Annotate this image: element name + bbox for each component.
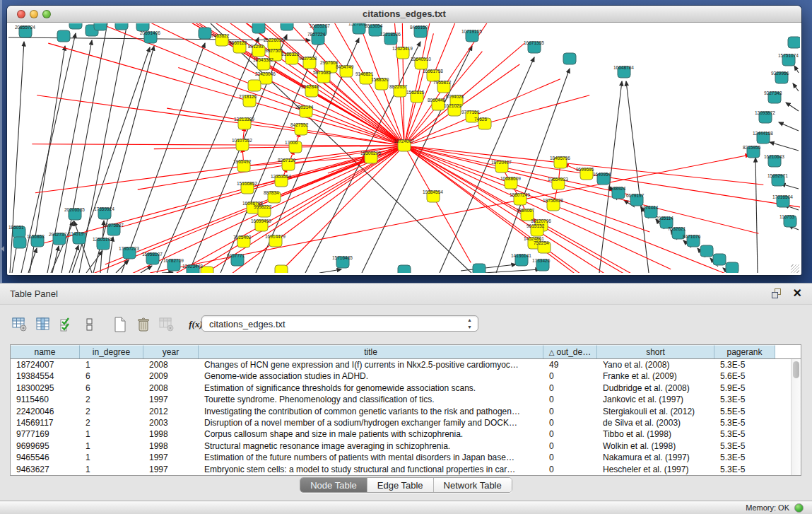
graph-node-label: 22420046 — [255, 71, 276, 76]
table-cell: 5.3E-5 — [714, 452, 775, 463]
table-cell: 2 — [80, 394, 143, 405]
table-selector-dropdown[interactable]: citations_edges.txt ▲▼ — [201, 315, 478, 332]
graph-node[interactable] — [199, 28, 211, 39]
graph-node-label: 887834 — [264, 190, 279, 195]
graph-node[interactable] — [473, 264, 486, 273]
table-vertical-scrollbar[interactable] — [791, 359, 801, 475]
show-columns-button[interactable] — [33, 315, 53, 334]
memory-status-icon — [794, 503, 804, 513]
table-cell: Yano et al. (2008) — [597, 359, 714, 370]
splitter-collapse-arrow[interactable] — [1, 246, 4, 252]
graph-node-label: 12505195 — [93, 237, 113, 242]
column-header-out-degree[interactable]: △out_de… — [543, 345, 597, 358]
graph-node[interactable] — [563, 53, 576, 64]
select-columns-button[interactable] — [57, 315, 76, 334]
red-edge — [457, 43, 524, 101]
graph-node-label: 12923448 — [182, 264, 203, 269]
graph-node-label: 12353554 — [271, 174, 291, 179]
new-column-icon — [113, 317, 127, 332]
table-row[interactable]: 1456911722003Disruption of a novel membe… — [11, 417, 791, 428]
tab-network-table[interactable]: Network Table — [434, 478, 512, 492]
table-cell: 22420046 — [11, 406, 80, 417]
close-panel-icon[interactable]: ✕ — [793, 286, 802, 300]
graph-node-label: 752254 — [534, 240, 549, 245]
graph-node-label: 8938924 — [608, 186, 626, 191]
graph-node-label: 8466160 — [410, 25, 428, 30]
column-header-in-degree[interactable]: in_degree — [80, 345, 143, 358]
delete-table-button[interactable] — [157, 315, 177, 334]
graph-node-label: 1640954 — [593, 172, 611, 177]
graph-node-label: 891293 — [248, 44, 264, 49]
float-panel-icon[interactable] — [772, 288, 782, 299]
graph-node[interactable] — [57, 30, 70, 42]
table-options-button[interactable] — [10, 315, 30, 334]
graph-node[interactable] — [700, 245, 713, 257]
table-cell: 0 — [543, 382, 597, 394]
table-cell: 14569117 — [11, 417, 80, 428]
graph-node[interactable] — [248, 80, 261, 91]
scrollbar-thumb[interactable] — [793, 361, 799, 378]
table-row[interactable]: 911546021997Tourette syndrome. Phenomeno… — [11, 394, 791, 405]
graph-node[interactable] — [398, 265, 411, 273]
graph-node-label: 18300295 — [360, 151, 381, 156]
network-view[interactable]: 1872400718300295193845547463822886012889… — [8, 23, 800, 273]
table-row[interactable]: 2242004622012Investigating the contribut… — [11, 406, 791, 417]
column-header-pagerank[interactable]: pagerank — [714, 345, 775, 358]
row-tools-button[interactable] — [80, 315, 100, 334]
graph-node[interactable] — [713, 254, 726, 265]
window-resize-grip[interactable] — [791, 264, 799, 273]
column-header-title[interactable]: title — [199, 345, 543, 358]
graph-node[interactable] — [275, 265, 288, 273]
graph-node[interactable] — [13, 237, 26, 248]
graph-node[interactable] — [726, 262, 739, 273]
graph-node[interactable] — [115, 23, 128, 30]
column-header-year[interactable]: year — [143, 345, 199, 358]
graph-node[interactable] — [788, 37, 800, 48]
red-edge — [242, 145, 404, 146]
table-cell: 0 — [543, 440, 597, 452]
table-cell: Investigating the contribution of common… — [199, 406, 543, 417]
table-cell: Disruption of a novel member of a sodium… — [199, 417, 543, 428]
graph-node-label: 18720407 — [491, 160, 512, 165]
graph-node-label: 15692971 — [767, 173, 788, 178]
graph-node[interactable] — [281, 23, 293, 30]
network-window-titlebar[interactable]: citations_edges.txt — [7, 6, 801, 23]
table-cell: 9699695 — [11, 440, 80, 452]
graph-node-label: 8990448 — [428, 98, 446, 103]
graph-node-label: 16648784 — [613, 65, 634, 70]
graph-node-label: 18724007 — [394, 139, 414, 144]
column-header-name[interactable]: name — [11, 345, 80, 358]
table-row[interactable]: 1938455462009Genome-wide association stu… — [11, 370, 791, 382]
column-header-short[interactable]: short — [597, 345, 714, 358]
table-row[interactable]: 1830029562008Estimation of significance … — [11, 382, 791, 394]
graph-node[interactable] — [69, 23, 82, 29]
tab-node-table[interactable]: Node Table — [300, 478, 367, 492]
table-row[interactable]: 946362711997Embryonic stem cells: a mode… — [11, 464, 791, 475]
graph-node-label: 16782759 — [163, 258, 184, 263]
graph-node-label: 8860128 — [229, 40, 247, 45]
table-row[interactable]: 969969511998Structural magnetic resonanc… — [11, 440, 791, 452]
graph-node-label: 16961758 — [423, 69, 443, 74]
table-row[interactable]: 946554611997Estimation of the future num… — [11, 452, 791, 463]
graph-node[interactable] — [252, 23, 265, 33]
graph-node-label: 6679197 — [626, 193, 645, 198]
delete-column-button[interactable] — [134, 315, 153, 334]
red-edge — [37, 95, 245, 124]
graph-node-label: 9827505 — [265, 48, 283, 53]
graph-node-label: 9827508 — [299, 56, 317, 61]
table-row[interactable]: 1872400712008Changes of HCN gene express… — [11, 359, 791, 370]
memory-status-label: Memory: OK — [746, 503, 789, 512]
black-edge — [162, 272, 173, 273]
black-edge — [770, 142, 799, 151]
new-column-button[interactable] — [110, 315, 130, 334]
graph-node[interactable] — [94, 23, 107, 30]
table-cell: Tourette syndrome. Phenomenology and cla… — [199, 394, 543, 405]
graph-node-label: 1621022 — [444, 103, 462, 108]
table-cell: 2008 — [143, 382, 199, 394]
red-edge — [48, 43, 249, 101]
tab-edge-table[interactable]: Edge Table — [367, 478, 434, 492]
status-bar: Memory: OK — [0, 501, 812, 514]
table-cell: Changes of HCN gene expression and I(f) … — [199, 359, 543, 370]
table-row[interactable]: 977716911998Corpus callosum shape and si… — [11, 428, 791, 440]
black-edge — [28, 248, 37, 273]
